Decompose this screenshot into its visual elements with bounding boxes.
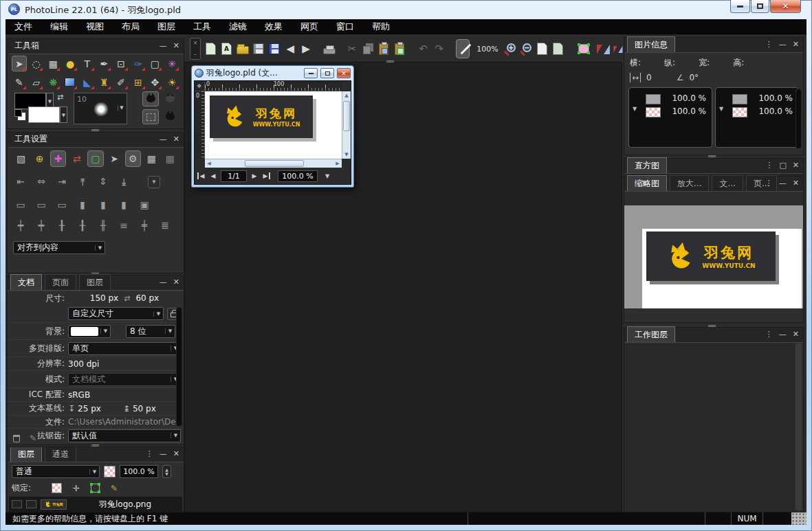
tool-lasso[interactable]: ◌	[29, 56, 44, 71]
opacity-spinner[interactable]: ▲ ▼	[162, 465, 171, 478]
tool-pen[interactable]: ✒	[97, 56, 112, 71]
space-equal-v-button[interactable]: ≡	[118, 220, 130, 231]
bit-depth-dropdown[interactable]: 8 位 ▼	[126, 325, 175, 338]
transform-button[interactable]	[578, 41, 589, 57]
menu-layout[interactable]: 布局	[113, 19, 149, 34]
exchange-mode-button[interactable]: ⇄	[69, 150, 85, 167]
edit-pad-icon[interactable]: ✎	[30, 433, 36, 443]
crosshair-mode-button[interactable]: ⊕	[32, 150, 47, 167]
tool-hand[interactable]: ✥	[148, 74, 163, 90]
space-v-top-button[interactable]: ╂	[56, 220, 68, 231]
first-page-button[interactable]: ◀	[197, 172, 206, 179]
antialias-dropdown[interactable]: 默认值 ▼	[68, 429, 181, 442]
thumbnail-header[interactable]: 缩略图 放大... 文... 页... ⋮ — ✕	[624, 177, 803, 192]
layer-opacity-field[interactable]: 100.0 %	[120, 465, 158, 478]
align-center-v-button[interactable]: ⇕	[97, 176, 109, 188]
resize-grip[interactable]	[791, 512, 806, 525]
tool-select[interactable]: ➤	[12, 56, 27, 71]
menu-effects[interactable]: 效果	[256, 19, 292, 34]
toolbox-minimize-icon[interactable]: —	[160, 41, 167, 50]
blend-mode-dropdown[interactable]: 普通 ▼	[12, 465, 100, 478]
menu-filter[interactable]: 滤镜	[220, 19, 256, 34]
space-equal-h-button[interactable]: ╫	[97, 220, 109, 231]
tool-brush[interactable]: ✎	[12, 74, 27, 90]
align-top-button[interactable]: ⇤	[76, 176, 89, 188]
tool-distort[interactable]: ▦	[45, 56, 61, 71]
dist-center-both-button[interactable]: ▣	[138, 199, 151, 210]
page-layout-dropdown[interactable]: 单页 ▼	[68, 342, 181, 355]
page-indicator[interactable]: 1/1	[221, 170, 247, 182]
print-button[interactable]	[323, 41, 336, 57]
toolbar-sizer[interactable]: ══	[386, 58, 393, 65]
dist-bottom-button[interactable]: ▮	[118, 199, 130, 210]
opacity-box-2[interactable]: ▼ 100.0 % 100.0 %	[715, 87, 799, 148]
mask-view-button[interactable]	[162, 91, 178, 106]
tab-histogram[interactable]: 直方图	[627, 157, 667, 173]
tool-shape[interactable]: ●	[63, 56, 78, 71]
opacity-swatch-icon[interactable]	[104, 466, 116, 477]
tool-eraser[interactable]: ▱	[29, 74, 44, 90]
menu-tool[interactable]: 工具	[184, 19, 220, 34]
layer-row[interactable]: 羽兔网 羽兔logo.png	[9, 497, 182, 512]
fit-layer-button[interactable]	[552, 41, 564, 57]
cut-button[interactable]: ✂	[347, 41, 358, 57]
menu-web[interactable]: 网页	[292, 19, 327, 34]
image-info-header[interactable]: 图片信息 ⋮ — ✕	[624, 38, 803, 53]
toolbar-dock-handle[interactable]: × –	[190, 38, 201, 60]
align-center-h-button[interactable]: ⇔	[35, 176, 47, 188]
settings-mode-button[interactable]: ⚙	[125, 150, 141, 167]
ruler-origin-icon[interactable]: ⌖	[195, 81, 205, 91]
opacity-box-1-dropdown-icon[interactable]: ▼	[633, 106, 637, 112]
auto-select-mode-button[interactable]: ▧	[13, 150, 29, 167]
image-info-minimize-icon[interactable]: —	[779, 40, 787, 49]
work-layers-header[interactable]: 工作图层 ⋮ — ✕	[624, 328, 803, 343]
prev-page-button[interactable]: ◀	[208, 172, 219, 179]
layers-panel-kebab-icon[interactable]: ⋮	[146, 449, 153, 458]
next-page-button[interactable]: ▶	[249, 172, 260, 179]
redo-button[interactable]: ↷	[433, 41, 445, 57]
opacity-box-1[interactable]: ▼ 100.0 % 100.0 %	[628, 87, 712, 148]
copy-button[interactable]	[362, 41, 373, 57]
navigate-forward-button[interactable]: ▶	[300, 41, 312, 57]
browse-button[interactable]	[253, 41, 265, 57]
tab-text[interactable]: 文...	[712, 175, 743, 191]
layer-visibility-box[interactable]	[12, 500, 22, 508]
lock-transparency-icon[interactable]	[52, 483, 62, 493]
work-layers-scrollbar[interactable]	[795, 343, 802, 510]
brush-preview[interactable]: 10 ▼	[74, 93, 127, 124]
image-info-kebab-icon[interactable]: ⋮	[765, 40, 773, 49]
new-document-button[interactable]	[205, 41, 217, 57]
add-point-mode-button[interactable]: ✚	[50, 150, 66, 167]
fit-page-button[interactable]	[537, 41, 549, 57]
thumbnail-minimize-icon[interactable]: —	[779, 179, 787, 188]
grid-add-mode-button[interactable]: ▦	[162, 150, 178, 167]
toolbox-close-icon[interactable]: ✕	[173, 41, 179, 50]
canvas[interactable]: 羽兔网 WWW.YUTU.CN	[205, 91, 342, 159]
align-options-dropdown[interactable]: ▼	[148, 176, 160, 188]
tab-layer[interactable]: 图层	[79, 274, 111, 290]
menu-file[interactable]: 文件	[6, 19, 41, 34]
menu-help[interactable]: 帮助	[363, 19, 399, 34]
work-layers-kebab-icon[interactable]: ⋮	[765, 330, 773, 339]
brush-dropdown[interactable]: ▼	[118, 105, 125, 111]
document-window[interactable]: 羽兔logo.pld (文... ✕ ⌖ 0 100 0	[191, 65, 354, 188]
layer-link-box[interactable]	[26, 500, 36, 508]
thumbnail-close-icon[interactable]: ✕	[793, 179, 799, 188]
swap-colors-icon[interactable]: ⇄	[57, 93, 63, 102]
lock-draw-icon[interactable]: ✎	[111, 484, 118, 493]
mode-dropdown[interactable]: 文档模式 ▼	[68, 373, 181, 386]
save-button[interactable]	[269, 41, 281, 57]
doc-minimize-button[interactable]	[304, 68, 318, 78]
titlebar[interactable]: PL PhotoLine 22.01 (64) - 羽兔logo.pld ✕	[0, 0, 812, 19]
zoom-field[interactable]: 100.0 %	[278, 170, 318, 182]
tab-work-layers[interactable]: 工作图层	[627, 326, 675, 342]
doc-vscroll-thumb[interactable]	[343, 101, 350, 131]
space-gap-v-button[interactable]: ≣	[159, 220, 171, 231]
histogram-restore-icon[interactable]: □	[779, 161, 786, 170]
cursor-mode-button[interactable]: ➤	[107, 150, 122, 167]
document-panel-minimize-icon[interactable]: —	[160, 278, 167, 286]
scroll-down-icon[interactable]: ▼	[342, 150, 351, 159]
default-colors-icon[interactable]	[14, 109, 22, 117]
size-preset-dropdown[interactable]: 自定义尺寸 ▼	[68, 307, 164, 320]
document-panel-close-icon[interactable]: ✕	[173, 278, 179, 286]
